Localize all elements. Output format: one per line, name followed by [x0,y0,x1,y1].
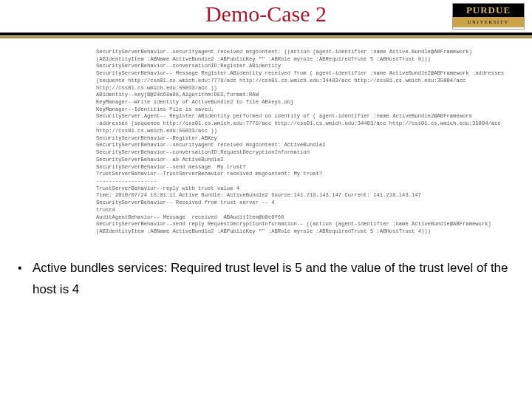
bullet-item: Active bundles services: Required trust … [13,258,525,301]
console-log: SecurityServerBehavior--securityagent re… [96,49,507,236]
logo-top: PURDUE [453,4,524,17]
slide-header: Demo-Case 2 PURDUE UNIVERSITY [0,0,532,35]
purdue-logo: PURDUE UNIVERSITY [452,3,525,30]
logo-bottom: UNIVERSITY [453,17,524,27]
bullet-list: Active bundles services: Required trust … [13,258,525,301]
